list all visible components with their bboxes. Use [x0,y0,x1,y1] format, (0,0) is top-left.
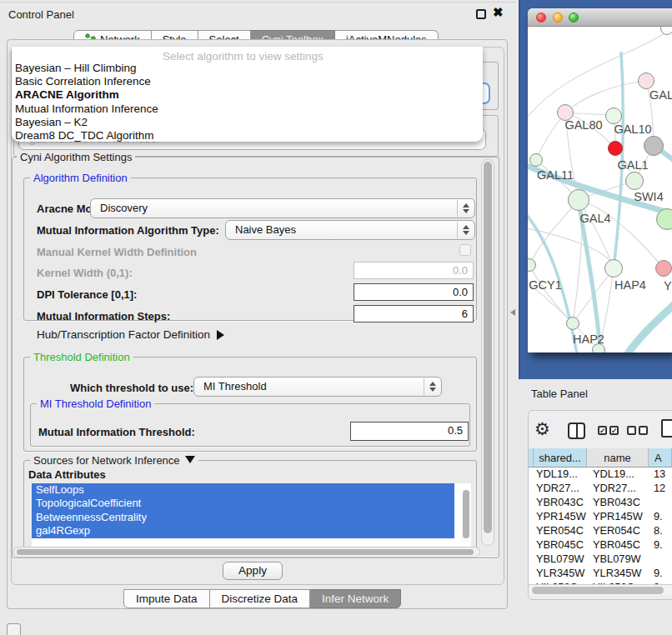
node-gal11-circle[interactable] [529,153,543,167]
node-gal1-circle[interactable] [625,172,644,190]
node-label-hap4: HAP4 [611,278,649,292]
node-gal10-circle[interactable] [605,108,622,124]
node-label: GAL [649,88,672,102]
node-label-gal10: GAL10 [611,122,654,136]
minimize-window-icon[interactable] [553,12,563,22]
settings-horizontal-scrollbar[interactable] [13,547,480,558]
column-header-cut[interactable]: A [649,448,672,467]
node-circle[interactable] [638,72,654,89]
manual-kernel-label: Manual Kernel Width Definition [37,246,197,258]
kernel-width-label: Kernel Width (0,1): [37,267,133,279]
network-window-titlebar[interactable] [528,8,672,27]
mi-threshold-field[interactable]: 0.5 [350,422,469,441]
zoom-window-icon[interactable] [569,12,579,22]
mi-steps-label: Mutual Information Steps: [37,310,170,322]
algorithm-option[interactable]: Bayesian – K2 [14,116,480,129]
dropdown-placeholder: Select algorithm to view settings [163,50,323,62]
data-attributes-list: SelfLoops TopologicalCoefficient Between… [32,483,471,547]
node-table: shared... name A YDL19...YDL19...13 YDR2… [529,448,672,589]
expander-collapsed-icon [217,330,224,340]
node-label-cut: Y [664,279,672,292]
attribute-item-selected[interactable]: gal4RGexp [32,524,454,538]
node-salmon-circle[interactable] [655,260,672,277]
table-row[interactable]: YPR145WYPR145W9. [529,510,672,524]
column-header-name[interactable]: name [587,448,649,467]
mi-steps-field[interactable]: 6 [354,305,474,322]
combo-stepper-icon [424,378,440,395]
dpi-tolerance-field[interactable]: 0.0 [354,283,474,301]
hub-factor-expander[interactable]: Hub/Transcription Factor Definition [37,328,224,341]
attributes-scroll-thumb[interactable] [463,490,469,538]
kernel-width-field[interactable]: 0.0 [354,262,474,279]
mi-type-combobox[interactable]: Naive Bayes [225,220,475,240]
algorithm-option[interactable]: Mutual Information Inference [14,102,480,116]
close-window-icon[interactable] [536,12,546,22]
combo-stepper-icon [457,200,474,217]
control-panel-title: Control Panel [8,8,74,21]
close-panel-icon[interactable]: ✖ [493,5,504,20]
expander-expanded-icon [185,456,195,463]
attribute-item-selected[interactable]: SelfLoops [32,483,454,497]
settings-vertical-scrollbar[interactable] [481,159,494,546]
node-label-gal1: GAL1 [614,158,651,172]
dpi-tolerance-label: DPI Tolerance [0,1]: [37,288,137,301]
sources-title[interactable]: Sources for Network Inference [30,454,198,467]
tab-impute-data[interactable]: Impute Data [123,589,210,608]
apply-button[interactable]: Apply [223,562,283,580]
splitter-collapse-handle[interactable] [510,309,515,316]
table-row[interactable]: YBR043CYBR043C [529,496,672,510]
table-hscroll-thumb[interactable] [532,587,664,594]
node-gray-circle[interactable] [644,136,664,156]
algorithm-option[interactable]: Basic Correlation Inference [14,75,480,88]
node-label-gcy1: GCY1 [528,278,564,292]
export-table-icon[interactable] [661,419,672,438]
node-label-gal80: GAL80 [563,118,604,132]
node-green-circle[interactable] [656,208,672,230]
table-row[interactable]: YER054CYER054C8. [529,524,672,538]
node-label-gal4: GAL4 [576,212,614,225]
network-view-window: GAL GAL80 GAL10 GAL11 GAL1 SWI4 GAL4 GCY… [528,8,672,352]
settings-vscroll-thumb[interactable] [484,162,492,533]
table-row[interactable]: YDR27...YDR27...12 [529,482,672,496]
node-selected-red-circle[interactable] [608,141,623,156]
data-attributes-label: Data Attributes [28,468,106,481]
panel-corner-icon[interactable] [7,623,21,635]
table-horizontal-scrollbar[interactable] [529,584,672,595]
tab-infer-network[interactable]: Infer Network [310,589,401,608]
node-label-swi4: SWI4 [629,190,668,203]
float-panel-icon[interactable] [476,9,486,19]
settings-hscroll-thumb[interactable] [17,549,474,555]
table-row[interactable]: YLR345WYLR345W9. [529,567,672,581]
table-row[interactable]: YDL19...YDL19...13 [529,468,672,482]
gear-icon[interactable]: ⚙ [534,419,550,439]
node-label-hap2: HAP2 [569,332,608,346]
attribute-item-selected[interactable]: BetweennessCentrality [32,511,454,524]
algorithm-dropdown-popup: Select algorithm to view settings Bayesi… [12,47,483,142]
node-gal4-circle[interactable] [568,189,589,211]
deselect-all-columns-icon[interactable] [627,426,648,435]
panel-top-divider [0,2,515,2]
select-all-columns-icon[interactable]: ✓✓ [598,426,619,435]
tab-discretize-data[interactable]: Discretize Data [210,589,311,608]
network-canvas[interactable]: GAL GAL80 GAL10 GAL11 GAL1 SWI4 GAL4 GCY… [528,27,672,352]
algorithm-list: Bayesian – Hill Climbing Basic Correlati… [14,62,480,142]
attributes-scrollbar[interactable] [461,488,470,542]
cyni-bottom-tabbar: Impute Data Discretize Data Infer Networ… [123,589,401,608]
combo-stepper-icon [457,222,474,238]
algorithm-option[interactable]: Bayesian – Hill Climbing [14,62,480,75]
node-hap2-circle[interactable] [566,317,579,330]
column-header-shared[interactable]: shared... [534,448,587,467]
mi-type-label: Mutual Information Algorithm Type: [37,224,219,237]
table-row[interactable]: YBL079WYBL079W [529,552,672,567]
which-threshold-combobox[interactable]: MI Threshold [193,377,442,397]
table-row[interactable]: YBR045CYBR045C9. [529,538,672,552]
mi-threshold-label: Mutual Information Threshold: [38,426,195,438]
column-view-icon[interactable] [568,422,585,439]
table-panel-title: Table Panel [531,388,588,400]
attribute-item-selected[interactable]: TopologicalCoefficient [32,497,454,510]
algorithm-option-highlighted[interactable]: ARACNE Algorithm [14,88,480,102]
algorithm-option[interactable]: Dream8 DC_TDC Algorithm [14,129,480,142]
node-hap4-circle[interactable] [604,259,623,278]
aracne-mode-combobox[interactable]: Discovery [90,198,475,218]
manual-kernel-checkbox[interactable] [459,244,471,256]
